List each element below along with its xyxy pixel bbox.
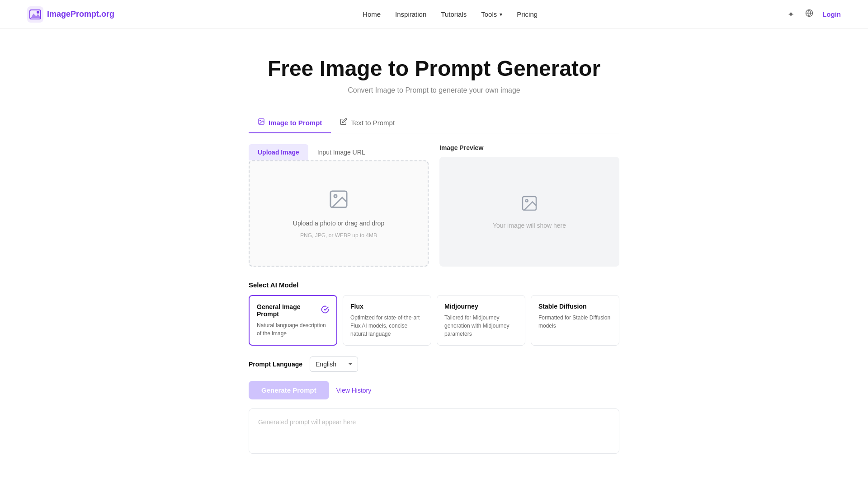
- image-preview-box: Your image will show here: [439, 157, 619, 267]
- upload-dropzone-hint: PNG, JPG, or WEBP up to 4MB: [300, 232, 377, 239]
- model-flux-name: Flux: [350, 303, 363, 310]
- nav-home[interactable]: Home: [363, 10, 381, 18]
- model-flux-desc: Optimized for state-of-the-art Flux AI m…: [350, 314, 424, 338]
- svg-point-7: [334, 195, 337, 197]
- model-general-name: General Image Prompt: [257, 303, 321, 318]
- input-url-tab[interactable]: Input Image URL: [308, 144, 374, 160]
- page-title: Free Image to Prompt Generator: [9, 56, 859, 81]
- ai-model-section-title: Select AI Model: [249, 281, 619, 289]
- hero-section: Free Image to Prompt Generator Convert I…: [0, 29, 868, 113]
- nav-inspiration[interactable]: Inspiration: [395, 10, 426, 18]
- svg-point-5: [260, 120, 261, 121]
- language-icon[interactable]: [803, 7, 815, 21]
- prompt-language-select[interactable]: English Spanish French German Chinese Ja…: [310, 357, 358, 372]
- model-midjourney-desc: Tailored for Midjourney generation with …: [444, 314, 518, 338]
- model-card-general[interactable]: General Image Prompt Natural language de…: [249, 295, 337, 346]
- tab-text-to-prompt-label: Text to Prompt: [351, 119, 395, 127]
- tab-image-to-prompt[interactable]: Image to Prompt: [249, 113, 331, 133]
- tab-text-to-prompt[interactable]: Text to Prompt: [331, 113, 404, 133]
- model-card-flux[interactable]: Flux Optimized for state-of-the-art Flux…: [343, 295, 431, 346]
- logo[interactable]: ImagePrompt.org: [27, 6, 114, 23]
- navbar-actions: ✦ Login: [786, 7, 841, 21]
- ai-model-section: Select AI Model General Image Prompt Nat…: [249, 281, 619, 346]
- nav-tools-label: Tools: [481, 10, 497, 18]
- model-stable-diffusion-desc: Formatted for Stable Diffusion models: [538, 314, 612, 330]
- upload-dropzone-text: Upload a photo or drag and drop: [293, 220, 384, 227]
- model-cards-container: General Image Prompt Natural language de…: [249, 295, 619, 346]
- generate-row: Generate Prompt View History: [249, 381, 619, 399]
- svg-point-9: [526, 200, 528, 202]
- view-history-link[interactable]: View History: [336, 387, 372, 394]
- generate-prompt-button[interactable]: Generate Prompt: [249, 381, 329, 399]
- model-general-check-icon: [321, 305, 329, 315]
- logo-icon: [27, 6, 43, 23]
- text-tab-icon: [340, 118, 347, 127]
- preview-placeholder-icon: [520, 194, 538, 216]
- main-tabs: Image to Prompt Text to Prompt: [249, 113, 619, 133]
- login-button[interactable]: Login: [822, 10, 841, 18]
- navbar: ImagePrompt.org Home Inspiration Tutoria…: [0, 0, 868, 29]
- upload-dropzone[interactable]: Upload a photo or drag and drop PNG, JPG…: [249, 160, 429, 267]
- upload-section: Upload Image Input Image URL Upload a ph…: [249, 144, 429, 267]
- image-tab-icon: [258, 118, 265, 127]
- model-midjourney-name: Midjourney: [444, 303, 478, 310]
- logo-text: ImagePrompt.org: [47, 9, 114, 19]
- tab-image-to-prompt-label: Image to Prompt: [269, 119, 322, 127]
- page-subtitle: Convert Image to Prompt to generate your…: [9, 86, 859, 94]
- upload-image-tab[interactable]: Upload Image: [249, 144, 308, 160]
- output-placeholder-text: Generated prompt will appear here: [258, 418, 356, 426]
- model-card-midjourney[interactable]: Midjourney Tailored for Midjourney gener…: [437, 295, 525, 346]
- prompt-language-row: Prompt Language English Spanish French G…: [249, 357, 619, 372]
- nav-tutorials[interactable]: Tutorials: [441, 10, 467, 18]
- prompt-language-label: Prompt Language: [249, 361, 302, 368]
- upload-icon: [328, 188, 349, 214]
- chevron-down-icon: ▾: [500, 11, 502, 18]
- model-general-desc: Natural language description of the imag…: [257, 321, 329, 338]
- output-area: Generated prompt will appear here: [249, 408, 619, 454]
- preview-placeholder-text: Your image will show here: [493, 222, 566, 229]
- nav-links: Home Inspiration Tutorials Tools ▾ Prici…: [363, 10, 538, 18]
- upload-sub-tabs: Upload Image Input Image URL: [249, 144, 429, 160]
- image-preview-section: Image Preview Your image will show here: [439, 144, 619, 267]
- image-preview-label: Image Preview: [439, 144, 619, 151]
- nav-tools[interactable]: Tools ▾: [481, 10, 502, 18]
- main-content: Image to Prompt Text to Prompt Upload Im…: [240, 113, 628, 481]
- model-stable-diffusion-name: Stable Diffusion: [538, 303, 587, 310]
- upload-preview-row: Upload Image Input Image URL Upload a ph…: [249, 144, 619, 267]
- svg-point-1: [37, 11, 39, 14]
- model-card-stable-diffusion[interactable]: Stable Diffusion Formatted for Stable Di…: [531, 295, 619, 346]
- theme-toggle-icon[interactable]: ✦: [786, 8, 796, 21]
- nav-pricing[interactable]: Pricing: [517, 10, 538, 18]
